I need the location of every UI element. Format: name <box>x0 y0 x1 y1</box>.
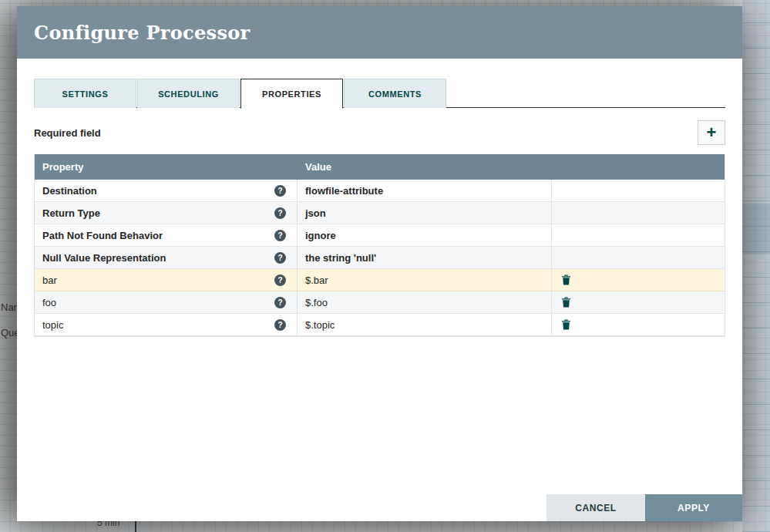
property-name: Return Type <box>42 207 100 219</box>
properties-table: Property Value Destination ? flowfile-at… <box>34 154 725 337</box>
cancel-button[interactable]: CANCEL <box>546 494 645 521</box>
property-value-cell[interactable]: $.foo <box>298 291 552 313</box>
property-action-cell <box>552 180 725 201</box>
property-name-cell: Path Not Found Behavior ? <box>35 224 298 246</box>
trash-icon <box>561 319 571 330</box>
property-value: json <box>305 207 326 219</box>
tab-scheduling[interactable]: SCHEDULING <box>137 79 240 108</box>
canvas-grid-block <box>742 204 770 254</box>
help-icon[interactable]: ? <box>274 230 286 241</box>
property-action-cell <box>552 291 725 313</box>
property-action-cell <box>552 314 725 335</box>
property-row[interactable]: Null Value Representation ? the string '… <box>35 247 725 269</box>
delete-property-button[interactable] <box>561 319 571 330</box>
property-action-cell <box>552 202 725 224</box>
trash-icon <box>561 297 571 308</box>
add-property-button[interactable]: + <box>698 120 725 145</box>
property-value: flowfile-attribute <box>305 185 383 197</box>
dialog-content: SETTINGS SCHEDULING PROPERTIES COMMENTS … <box>17 59 742 521</box>
help-icon[interactable]: ? <box>274 252 286 264</box>
property-value-cell[interactable]: the string 'null' <box>298 247 552 268</box>
property-row[interactable]: Return Type ? json <box>35 202 725 224</box>
help-icon[interactable]: ? <box>274 185 286 197</box>
properties-toolbar: Required field + <box>34 120 725 145</box>
tab-label: PROPERTIES <box>262 89 321 99</box>
required-field-label: Required field <box>34 127 101 139</box>
help-icon[interactable]: ? <box>274 274 286 286</box>
property-action-cell <box>552 224 725 246</box>
column-header-property: Property <box>35 161 298 173</box>
dialog-footer: CANCEL APPLY <box>546 494 742 521</box>
tab-properties[interactable]: PROPERTIES <box>240 79 343 109</box>
property-value: $.topic <box>305 319 335 331</box>
column-header-value: Value <box>298 161 552 173</box>
property-row[interactable]: foo ? $.foo <box>35 291 725 314</box>
dialog-title: Configure Processor <box>34 22 250 44</box>
property-value-cell[interactable]: json <box>298 202 552 224</box>
property-name: Null Value Representation <box>42 252 166 264</box>
property-name-cell: topic ? <box>35 314 298 335</box>
dialog-header: Configure Processor <box>17 6 742 59</box>
tab-label: COMMENTS <box>368 89 422 99</box>
property-value: ignore <box>305 230 336 241</box>
property-name-cell: bar ? <box>35 269 298 291</box>
tab-bar: SETTINGS SCHEDULING PROPERTIES COMMENTS <box>34 79 725 108</box>
tab-label: SETTINGS <box>62 89 109 99</box>
plus-icon: + <box>707 125 717 140</box>
property-value-cell[interactable]: $.topic <box>298 314 552 335</box>
property-name: Destination <box>42 185 97 197</box>
property-value: the string 'null' <box>305 252 376 264</box>
property-row[interactable]: Destination ? flowfile-attribute <box>35 180 725 202</box>
properties-table-header: Property Value <box>35 154 725 180</box>
canvas-grid-strip <box>742 0 770 532</box>
property-action-cell <box>552 269 725 291</box>
property-name: Path Not Found Behavior <box>42 230 163 241</box>
property-row[interactable]: bar ? $.bar <box>35 269 725 291</box>
property-value: $.foo <box>305 297 328 308</box>
property-name-cell: foo ? <box>35 291 298 313</box>
properties-table-body: Destination ? flowfile-attribute Return … <box>35 180 725 336</box>
delete-property-button[interactable] <box>561 274 571 285</box>
tab-comments[interactable]: COMMENTS <box>344 79 446 108</box>
property-name: foo <box>42 297 56 308</box>
property-name-cell: Destination ? <box>35 180 298 201</box>
property-name: topic <box>42 319 63 331</box>
tab-label: SCHEDULING <box>158 89 219 99</box>
property-name-cell: Return Type ? <box>35 202 298 224</box>
trash-icon <box>561 274 571 285</box>
property-name: bar <box>42 274 57 286</box>
property-row[interactable]: topic ? $.topic <box>35 314 725 336</box>
property-row[interactable]: Path Not Found Behavior ? ignore <box>35 224 725 247</box>
help-icon[interactable]: ? <box>274 297 286 308</box>
apply-button[interactable]: APPLY <box>645 494 742 521</box>
property-action-cell <box>552 247 725 268</box>
configure-processor-dialog: Configure Processor SETTINGS SCHEDULING … <box>17 6 742 521</box>
property-value-cell[interactable]: flowfile-attribute <box>298 180 552 201</box>
property-value-cell[interactable]: $.bar <box>298 269 552 291</box>
help-icon[interactable]: ? <box>274 319 286 331</box>
property-value: $.bar <box>305 274 328 286</box>
delete-property-button[interactable] <box>561 297 571 308</box>
help-icon[interactable]: ? <box>274 207 286 219</box>
tab-settings[interactable]: SETTINGS <box>34 79 136 108</box>
property-value-cell[interactable]: ignore <box>298 224 552 246</box>
property-name-cell: Null Value Representation ? <box>35 247 298 268</box>
